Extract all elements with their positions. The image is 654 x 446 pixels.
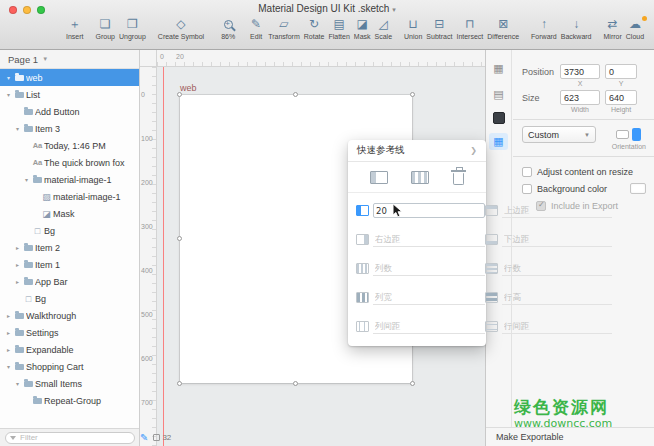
margin-bottom-icon xyxy=(485,234,498,245)
toolbar-insert-button[interactable]: ＋Insert xyxy=(66,16,84,40)
background-color-checkbox[interactable] xyxy=(522,184,532,194)
toolbar-forward-button[interactable]: ↑Forward xyxy=(531,16,557,40)
toolbar-edit-button[interactable]: ✎Edit xyxy=(248,16,264,40)
row-height-input[interactable] xyxy=(502,290,612,305)
disclosure-triangle[interactable]: ▾ xyxy=(13,380,22,387)
disclosure-triangle[interactable]: ▾ xyxy=(4,91,13,98)
layer-row-bg-2[interactable]: □Bg xyxy=(0,290,139,307)
layer-row-item-2[interactable]: ▸Item 2 xyxy=(0,239,139,256)
layer-row-list[interactable]: ▾List xyxy=(0,86,139,103)
layout-settings-icon[interactable]: ▤ xyxy=(489,86,508,103)
disclosure-triangle[interactable]: ▸ xyxy=(4,329,13,336)
toolbar-difference-button[interactable]: ⊠Difference xyxy=(487,16,519,40)
layer-row-material-image-group[interactable]: ▾material-image-1 xyxy=(0,171,139,188)
disclosure-triangle[interactable]: ▸ xyxy=(4,312,13,319)
column-gutter-input[interactable] xyxy=(373,319,485,334)
resize-handle[interactable] xyxy=(177,381,182,386)
disclosure-triangle[interactable]: ▾ xyxy=(22,176,31,183)
column-count-input[interactable] xyxy=(373,261,485,276)
disclosure-triangle[interactable]: ▸ xyxy=(4,346,13,353)
canvas-area[interactable]: 0 20 0 100 200 300 400 500 600 700 web xyxy=(140,50,485,446)
title-dropdown-icon[interactable]: ▾ xyxy=(392,6,396,13)
grid-settings-icon[interactable]: ▦ xyxy=(489,60,508,77)
disclosure-triangle[interactable]: ▸ xyxy=(13,261,22,268)
layer-row-item-1[interactable]: ▸Item 1 xyxy=(0,256,139,273)
toolbar-flatten-button[interactable]: ▤Flatten xyxy=(328,16,349,40)
toolbar-create-symbol-button[interactable]: ◇Create Symbol xyxy=(158,16,204,40)
toolbar-subtract-button[interactable]: ⊟Subtract xyxy=(426,16,452,40)
layer-row-expandable[interactable]: ▸Expandable xyxy=(0,341,139,358)
layer-row-walkthrough[interactable]: ▸Walkthrough xyxy=(0,307,139,324)
color-swatch-dark[interactable] xyxy=(493,112,505,124)
size-preset-dropdown[interactable]: Custom ▼ xyxy=(522,126,596,143)
toolbar-intersect-button[interactable]: ⊓Intersect xyxy=(456,16,483,40)
toolbar-mirror-button[interactable]: ⇄Mirror xyxy=(604,16,622,40)
layer-row-today-text[interactable]: AaToday, 1:46 PM xyxy=(0,137,139,154)
margin-right-input[interactable] xyxy=(373,232,485,247)
toolbar-cloud-button[interactable]: ☁Cloud xyxy=(626,16,644,40)
resize-handle[interactable] xyxy=(293,92,298,97)
vertical-ruler[interactable]: 0 100 200 300 400 500 600 700 xyxy=(140,67,157,446)
margin-bottom-input[interactable] xyxy=(502,232,612,247)
portrait-orientation-icon[interactable] xyxy=(632,128,641,141)
toolbar-union-button[interactable]: ⊔Union xyxy=(404,16,422,40)
toolbar-group-button[interactable]: ❏Group xyxy=(96,16,115,40)
layer-row-shopping-cart[interactable]: ▾Shopping Cart xyxy=(0,358,139,375)
ruler-number: 100 xyxy=(141,135,153,142)
resize-handle[interactable] xyxy=(410,381,415,386)
filter-input[interactable] xyxy=(5,432,135,444)
trash-icon[interactable] xyxy=(453,173,464,185)
margins-preset-icon[interactable] xyxy=(370,171,388,184)
guides-settings-icon[interactable]: ▦ xyxy=(489,133,508,150)
guide-line[interactable] xyxy=(163,67,164,446)
page-selector[interactable]: Page 1 ▼ xyxy=(0,50,139,69)
margin-left-input[interactable] xyxy=(373,203,485,218)
resize-handle[interactable] xyxy=(410,92,415,97)
layer-row-small-items[interactable]: ▾Small Items xyxy=(0,375,139,392)
toolbar-zoom-button[interactable]: 86% xyxy=(220,16,236,40)
chevron-right-icon[interactable]: ❯ xyxy=(470,146,477,155)
layer-row-add-button[interactable]: Add Button xyxy=(0,103,139,120)
disclosure-triangle[interactable]: ▾ xyxy=(4,74,13,81)
layer-row-repeat-group[interactable]: Repeat-Group xyxy=(0,392,139,409)
layer-row-quick-brown-fox[interactable]: AaThe quick brown fox xyxy=(0,154,139,171)
resize-handle[interactable] xyxy=(177,236,182,241)
toolbar-scale-button[interactable]: ◿Scale xyxy=(375,16,393,40)
landscape-orientation-icon[interactable] xyxy=(616,130,629,139)
width-label: Width xyxy=(571,106,589,113)
toolbar-transform-button[interactable]: ▱Transform xyxy=(268,16,300,40)
artboard-label[interactable]: web xyxy=(180,83,197,93)
transform-icon: ▱ xyxy=(276,16,292,32)
position-x-field[interactable]: 3730 xyxy=(560,64,600,79)
layer-row-material-image[interactable]: ▨material-image-1 xyxy=(0,188,139,205)
layer-row-item-3[interactable]: ▾Item 3 xyxy=(0,120,139,137)
disclosure-triangle[interactable]: ▾ xyxy=(4,363,13,370)
horizontal-ruler[interactable]: 0 20 xyxy=(157,50,485,67)
layer-row-settings[interactable]: ▸Settings xyxy=(0,324,139,341)
row-gutter-input[interactable] xyxy=(502,319,612,334)
layer-row-web[interactable]: ▾web xyxy=(0,69,139,86)
layer-row-app-bar[interactable]: ▸App Bar xyxy=(0,273,139,290)
layer-row-mask[interactable]: ◪Mask xyxy=(0,205,139,222)
resize-handle[interactable] xyxy=(293,381,298,386)
toolbar-rotate-button[interactable]: ↻Rotate xyxy=(304,16,325,40)
toolbar-backward-button[interactable]: ↓Backward xyxy=(561,16,592,40)
pencil-edit-icon[interactable]: ✎ xyxy=(140,432,148,443)
disclosure-triangle[interactable]: ▸ xyxy=(13,278,22,285)
divider xyxy=(513,156,654,157)
toolbar-ungroup-button[interactable]: ❐Ungroup xyxy=(119,16,146,40)
position-y-field[interactable]: 0 xyxy=(605,64,637,79)
margin-top-input[interactable] xyxy=(502,203,612,218)
layer-row-bg[interactable]: □Bg xyxy=(0,222,139,239)
background-color-chip[interactable] xyxy=(630,183,646,194)
width-field[interactable]: 623 xyxy=(560,90,600,105)
make-exportable-button[interactable]: Make Exportable xyxy=(486,427,654,446)
columns-preset-icon[interactable] xyxy=(411,171,429,184)
disclosure-triangle[interactable]: ▸ xyxy=(13,244,22,251)
adjust-content-checkbox[interactable] xyxy=(522,167,532,177)
row-count-input[interactable] xyxy=(502,261,612,276)
height-field[interactable]: 640 xyxy=(605,90,637,105)
toolbar-mask-button[interactable]: ◪Mask xyxy=(354,16,371,40)
disclosure-triangle[interactable]: ▾ xyxy=(13,125,22,132)
column-width-input[interactable] xyxy=(373,290,485,305)
